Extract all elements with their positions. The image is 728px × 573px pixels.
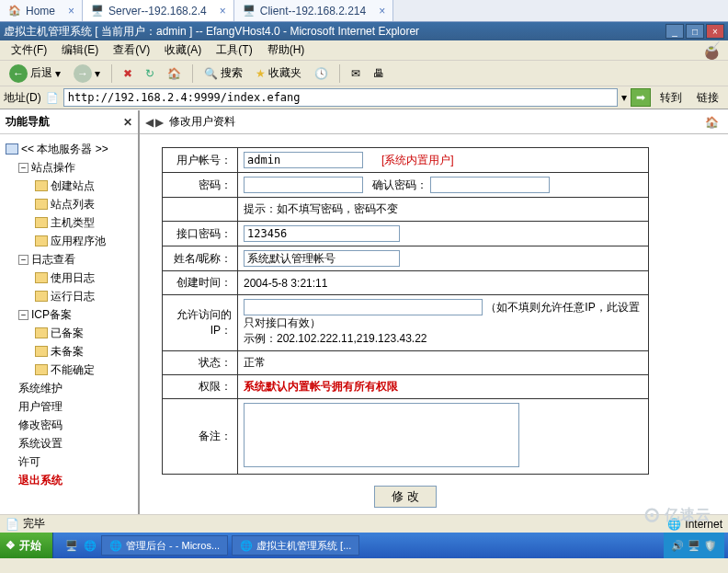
tree-host-type[interactable]: 主机类型 [6,213,134,232]
pwd2-input[interactable] [430,177,550,193]
tree-root[interactable]: << 本地服务器 >> [6,140,134,158]
collapse-icon[interactable]: − [18,255,28,265]
status-text: 完毕 [23,516,45,532]
api-input[interactable] [244,225,400,242]
menu-tools[interactable]: 工具(T) [210,40,257,60]
nav-arrows: ◀ ▶ [145,116,164,129]
close-icon[interactable]: ✕ [123,116,132,129]
maximize-button[interactable]: □ [686,24,704,39]
links-label[interactable]: 链接 [691,90,724,106]
folder-icon [35,180,48,191]
ip-input[interactable] [244,299,483,315]
tree-exit[interactable]: 退出系统 [6,471,134,489]
tree-icp[interactable]: −ICP备案 [6,305,134,324]
note-input[interactable] [244,403,519,467]
taskbar-task2[interactable]: 🌐虚拟主机管理系统 [... [232,535,359,556]
tree-root-label: << 本地服务器 >> [21,140,108,158]
stop-icon: ✖ [123,67,132,80]
tree-changepwd[interactable]: 修改密码 [6,416,134,434]
tree-icp-done[interactable]: 已备案 [6,324,134,342]
favorites-button[interactable]: ★收藏夹 [252,63,305,83]
tree-create-site[interactable]: 创建站点 [6,177,134,195]
tree-app-pool[interactable]: 应用程序池 [6,232,134,250]
nav-tree: << 本地服务器 >> −站点操作 创建站点 站点列表 主机类型 应用程序池 −… [0,134,138,514]
forward-icon: → [74,64,92,83]
close-icon[interactable]: × [379,5,385,17]
menu-view[interactable]: 查看(V) [108,40,155,60]
tree-site-ops[interactable]: −站点操作 [6,158,134,177]
builtin-badge: [系统内置用户] [381,154,454,166]
close-icon[interactable]: × [220,5,226,17]
client-icon: 🖥️ [242,4,256,18]
mail-icon: ✉ [351,67,360,80]
tree-log[interactable]: −日志查看 [6,250,134,269]
apptab-home[interactable]: 🏠 Home × [0,0,83,21]
close-icon[interactable]: × [68,5,74,17]
refresh-button[interactable]: ↻ [142,65,158,82]
tree-icp-undone[interactable]: 未备案 [6,342,134,361]
folder-icon [35,327,48,338]
quicklaunch-icon[interactable]: 🌐 [83,538,97,553]
computer-icon [6,143,18,155]
user-input[interactable] [244,152,363,168]
back-button[interactable]: ← 后退 ▾ [6,63,64,85]
mail-button[interactable]: ✉ [347,65,364,82]
stop-button[interactable]: ✖ [119,65,136,82]
menu-fav[interactable]: 收藏(A) [159,40,207,60]
system-tray[interactable]: 🔊 🖥️ 🛡️ [664,533,724,558]
taskbar-task1[interactable]: 🌐管理后台 - - Micros... [101,535,228,556]
history-button[interactable]: 🕓 [311,65,332,82]
user-label: 用户帐号： [163,148,238,173]
collapse-icon[interactable]: − [18,310,28,320]
tree-icp-unknown[interactable]: 不能确定 [6,361,134,379]
refresh-icon: ↻ [145,67,154,80]
ie-icon: 🌐 [109,540,122,552]
main-area: 功能导航 ✕ << 本地服务器 >> −站点操作 创建站点 站点列表 主机类型 … [0,109,728,514]
close-button[interactable]: × [706,24,724,39]
tree-site-list[interactable]: 站点列表 [6,195,134,213]
print-icon: 🖶 [373,67,384,80]
go-label[interactable]: 转到 [654,90,688,106]
tree-log-label: 日志查看 [31,250,75,269]
menu-file[interactable]: 文件(F) [6,40,52,60]
apptab-client[interactable]: 🖥️ Client--192.168.2.214 × [234,0,393,21]
tree-usermgmt[interactable]: 用户管理 [6,397,134,416]
content-toolbar: ◀ ▶ 修改用户资料 🏠 [140,110,728,134]
address-input[interactable] [63,88,618,107]
start-button[interactable]: ❖ 开始 [0,533,53,558]
tray-icon: 🖥️ [688,540,700,552]
start-label: 开始 [19,538,41,554]
tree-run-log[interactable]: 运行日志 [6,287,134,305]
tree-use-log[interactable]: 使用日志 [6,269,134,287]
tree-icp-label: ICP备案 [31,305,72,324]
left-sidebar: 功能导航 ✕ << 本地服务器 >> −站点操作 创建站点 站点列表 主机类型 … [0,110,140,514]
home-icon[interactable]: 🏠 [705,116,722,129]
forward-button[interactable]: → ▾ [70,63,104,85]
chevron-down-icon[interactable]: ▾ [621,91,627,104]
folder-icon [35,291,48,302]
pwd-input[interactable] [244,177,363,193]
home-button[interactable]: 🏠 [164,65,185,82]
apptab-server[interactable]: 🖥️ Server--192.168.2.4 × [83,0,234,21]
create-label: 创建时间： [163,271,238,295]
folder-icon [35,217,48,228]
prev-icon[interactable]: ◀ [145,116,154,129]
name-input[interactable] [244,250,400,267]
status-bar: 📄完毕 🌐Internet [0,514,728,533]
cloud-icon: ⊙ [643,503,661,527]
menu-edit[interactable]: 编辑(E) [56,40,104,60]
submit-button[interactable]: 修 改 [374,486,437,508]
tree-license[interactable]: 许可 [6,453,134,471]
go-button[interactable]: ➡ [631,88,651,107]
collapse-icon[interactable]: − [18,163,28,173]
minimize-button[interactable]: _ [665,24,684,39]
status-value: 正常 [238,351,649,375]
tree-sysmaint[interactable]: 系统维护 [6,379,134,397]
tree-syssetting[interactable]: 系统设置 [6,434,134,453]
next-icon[interactable]: ▶ [155,116,164,129]
search-button[interactable]: 🔍搜索 [200,63,246,83]
print-button[interactable]: 🖶 [370,65,388,82]
note-label: 备注： [163,399,238,475]
menu-help[interactable]: 帮助(H) [262,40,311,60]
quicklaunch-icon[interactable]: 🖥️ [64,538,79,553]
